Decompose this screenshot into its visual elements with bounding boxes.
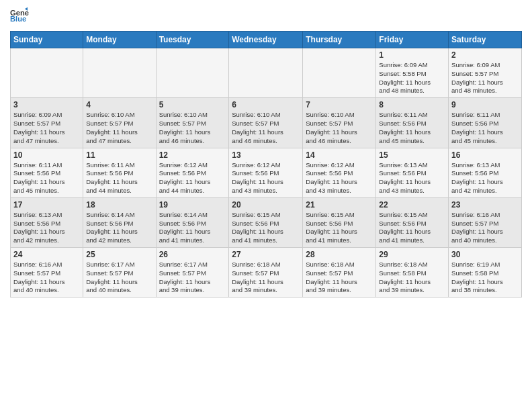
day-number: 27 <box>232 250 300 259</box>
weekday-header: Saturday <box>449 32 522 48</box>
calendar-cell: 6Sunrise: 6:10 AMSunset: 5:57 PMDaylight… <box>229 98 303 148</box>
day-number: 20 <box>232 200 300 210</box>
day-info: Sunrise: 6:15 AMSunset: 5:56 PMDaylight:… <box>306 211 373 245</box>
day-number: 28 <box>306 250 373 259</box>
day-number: 26 <box>159 250 226 259</box>
day-info: Sunrise: 6:11 AMSunset: 5:56 PMDaylight:… <box>451 111 519 145</box>
calendar-cell <box>83 48 156 98</box>
day-number: 29 <box>379 250 445 259</box>
day-number: 23 <box>451 200 519 210</box>
calendar-cell: 18Sunrise: 6:14 AMSunset: 5:56 PMDayligh… <box>83 197 156 247</box>
day-info: Sunrise: 6:11 AMSunset: 5:56 PMDaylight:… <box>379 111 445 145</box>
day-info: Sunrise: 6:10 AMSunset: 5:57 PMDaylight:… <box>86 111 152 145</box>
day-info: Sunrise: 6:16 AMSunset: 5:57 PMDaylight:… <box>451 211 519 245</box>
day-info: Sunrise: 6:14 AMSunset: 5:56 PMDaylight:… <box>159 211 226 245</box>
logo-icon: General Blue <box>10 7 29 26</box>
day-info: Sunrise: 6:10 AMSunset: 5:57 PMDaylight:… <box>159 111 226 145</box>
calendar-week-row: 1Sunrise: 6:09 AMSunset: 5:58 PMDaylight… <box>11 48 522 98</box>
calendar-cell: 11Sunrise: 6:11 AMSunset: 5:56 PMDayligh… <box>83 148 156 197</box>
calendar-cell: 10Sunrise: 6:11 AMSunset: 5:56 PMDayligh… <box>11 148 83 197</box>
logo: General Blue <box>10 7 32 26</box>
day-number: 22 <box>379 200 445 210</box>
calendar-cell: 19Sunrise: 6:14 AMSunset: 5:56 PMDayligh… <box>156 197 229 247</box>
day-number: 25 <box>86 250 152 259</box>
day-number: 15 <box>379 150 445 160</box>
calendar-cell: 29Sunrise: 6:18 AMSunset: 5:58 PMDayligh… <box>376 248 449 298</box>
svg-text:Blue: Blue <box>10 15 26 23</box>
day-number: 3 <box>13 100 80 109</box>
day-info: Sunrise: 6:12 AMSunset: 5:56 PMDaylight:… <box>159 161 226 195</box>
day-number: 19 <box>159 200 226 210</box>
calendar-cell: 16Sunrise: 6:13 AMSunset: 5:56 PMDayligh… <box>449 148 522 197</box>
calendar-week-row: 17Sunrise: 6:13 AMSunset: 5:56 PMDayligh… <box>11 197 522 247</box>
weekday-header: Sunday <box>11 32 83 48</box>
day-number: 4 <box>86 100 152 109</box>
calendar-week-row: 24Sunrise: 6:16 AMSunset: 5:57 PMDayligh… <box>11 248 522 298</box>
day-number: 16 <box>451 150 519 160</box>
day-number: 2 <box>451 50 519 60</box>
day-info: Sunrise: 6:13 AMSunset: 5:56 PMDaylight:… <box>379 161 445 195</box>
day-number: 1 <box>379 50 445 60</box>
calendar-cell: 26Sunrise: 6:17 AMSunset: 5:57 PMDayligh… <box>156 248 229 298</box>
day-number: 8 <box>379 100 445 109</box>
header: General Blue <box>10 7 522 26</box>
calendar-cell: 28Sunrise: 6:18 AMSunset: 5:57 PMDayligh… <box>303 248 376 298</box>
day-info: Sunrise: 6:11 AMSunset: 5:56 PMDaylight:… <box>86 161 152 195</box>
calendar-cell: 15Sunrise: 6:13 AMSunset: 5:56 PMDayligh… <box>376 148 449 197</box>
calendar-body: 1Sunrise: 6:09 AMSunset: 5:58 PMDaylight… <box>11 48 522 298</box>
day-info: Sunrise: 6:19 AMSunset: 5:58 PMDaylight:… <box>451 261 519 295</box>
day-number: 6 <box>232 100 300 109</box>
calendar-cell: 23Sunrise: 6:16 AMSunset: 5:57 PMDayligh… <box>449 197 522 247</box>
calendar-cell: 14Sunrise: 6:12 AMSunset: 5:56 PMDayligh… <box>303 148 376 197</box>
day-info: Sunrise: 6:18 AMSunset: 5:57 PMDaylight:… <box>232 261 300 295</box>
calendar-cell <box>11 48 83 98</box>
weekday-header: Monday <box>83 32 156 48</box>
day-number: 5 <box>159 100 226 109</box>
calendar-cell <box>229 48 303 98</box>
calendar-cell: 5Sunrise: 6:10 AMSunset: 5:57 PMDaylight… <box>156 98 229 148</box>
calendar-cell: 17Sunrise: 6:13 AMSunset: 5:56 PMDayligh… <box>11 197 83 247</box>
day-info: Sunrise: 6:15 AMSunset: 5:56 PMDaylight:… <box>379 211 445 245</box>
day-info: Sunrise: 6:16 AMSunset: 5:57 PMDaylight:… <box>13 261 80 295</box>
calendar-cell: 1Sunrise: 6:09 AMSunset: 5:58 PMDaylight… <box>376 48 449 98</box>
day-info: Sunrise: 6:12 AMSunset: 5:56 PMDaylight:… <box>306 161 373 195</box>
weekday-header: Wednesday <box>229 32 303 48</box>
day-number: 17 <box>13 200 80 210</box>
day-number: 12 <box>159 150 226 160</box>
calendar-cell: 13Sunrise: 6:12 AMSunset: 5:56 PMDayligh… <box>229 148 303 197</box>
weekday-header: Thursday <box>303 32 376 48</box>
weekday-header: Tuesday <box>156 32 229 48</box>
calendar-cell: 9Sunrise: 6:11 AMSunset: 5:56 PMDaylight… <box>449 98 522 148</box>
calendar-cell: 4Sunrise: 6:10 AMSunset: 5:57 PMDaylight… <box>83 98 156 148</box>
day-info: Sunrise: 6:17 AMSunset: 5:57 PMDaylight:… <box>86 261 152 295</box>
weekday-header: Friday <box>376 32 449 48</box>
day-number: 11 <box>86 150 152 160</box>
calendar-cell <box>303 48 376 98</box>
day-info: Sunrise: 6:13 AMSunset: 5:56 PMDaylight:… <box>13 211 80 245</box>
page: General Blue SundayMondayTuesdayWednesda… <box>0 0 532 411</box>
day-info: Sunrise: 6:09 AMSunset: 5:57 PMDaylight:… <box>13 111 80 145</box>
day-number: 7 <box>306 100 373 109</box>
day-info: Sunrise: 6:15 AMSunset: 5:56 PMDaylight:… <box>232 211 300 245</box>
calendar-cell: 30Sunrise: 6:19 AMSunset: 5:58 PMDayligh… <box>449 248 522 298</box>
calendar-cell: 25Sunrise: 6:17 AMSunset: 5:57 PMDayligh… <box>83 248 156 298</box>
day-info: Sunrise: 6:09 AMSunset: 5:58 PMDaylight:… <box>379 61 445 95</box>
day-info: Sunrise: 6:13 AMSunset: 5:56 PMDaylight:… <box>451 161 519 195</box>
day-number: 9 <box>451 100 519 109</box>
day-info: Sunrise: 6:10 AMSunset: 5:57 PMDaylight:… <box>232 111 300 145</box>
day-number: 30 <box>451 250 519 259</box>
day-info: Sunrise: 6:11 AMSunset: 5:56 PMDaylight:… <box>13 161 80 195</box>
calendar-header: SundayMondayTuesdayWednesdayThursdayFrid… <box>11 32 522 48</box>
calendar-cell: 27Sunrise: 6:18 AMSunset: 5:57 PMDayligh… <box>229 248 303 298</box>
calendar-cell: 20Sunrise: 6:15 AMSunset: 5:56 PMDayligh… <box>229 197 303 247</box>
calendar-cell: 2Sunrise: 6:09 AMSunset: 5:57 PMDaylight… <box>449 48 522 98</box>
calendar-cell: 24Sunrise: 6:16 AMSunset: 5:57 PMDayligh… <box>11 248 83 298</box>
day-info: Sunrise: 6:10 AMSunset: 5:57 PMDaylight:… <box>306 111 373 145</box>
calendar-cell: 12Sunrise: 6:12 AMSunset: 5:56 PMDayligh… <box>156 148 229 197</box>
calendar-cell: 22Sunrise: 6:15 AMSunset: 5:56 PMDayligh… <box>376 197 449 247</box>
calendar-cell <box>156 48 229 98</box>
day-number: 13 <box>232 150 300 160</box>
day-info: Sunrise: 6:18 AMSunset: 5:57 PMDaylight:… <box>306 261 373 295</box>
day-info: Sunrise: 6:14 AMSunset: 5:56 PMDaylight:… <box>86 211 152 245</box>
day-number: 10 <box>13 150 80 160</box>
